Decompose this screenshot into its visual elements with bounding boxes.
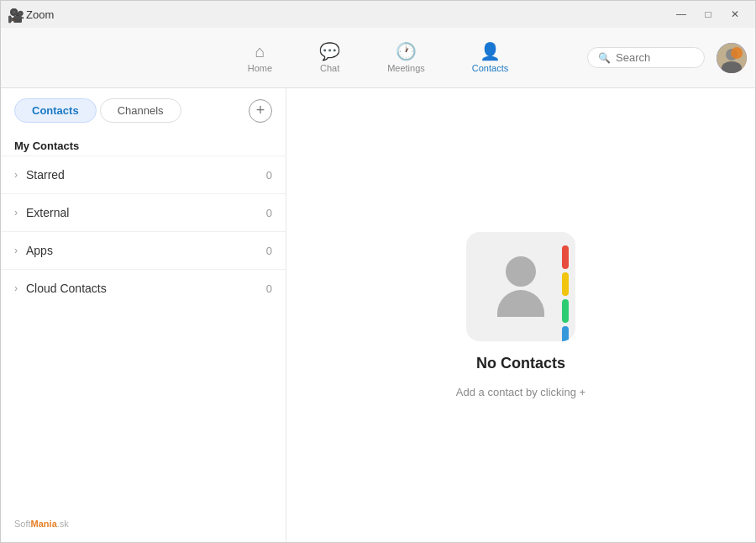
channels-tab-button[interactable]: Channels: [100, 98, 181, 123]
window-controls: — □ ✕: [668, 4, 748, 24]
person-icon: [497, 256, 544, 317]
chevron-right-icon: ›: [14, 282, 18, 294]
tab-meetings-label: Meetings: [387, 63, 425, 73]
person-body: [497, 290, 544, 317]
apps-item[interactable]: › Apps 0: [1, 231, 286, 269]
nav-tabs: ⌂ Home 💬 Chat 🕐 Meetings 👤 Contacts: [244, 36, 512, 80]
nav-bar: ⌂ Home 💬 Chat 🕐 Meetings 👤 Contacts 🔍: [1, 28, 755, 88]
color-bar-green: [562, 299, 569, 323]
add-contact-button[interactable]: +: [249, 99, 272, 123]
chevron-right-icon: ›: [14, 245, 18, 256]
color-bar-blue: [562, 326, 569, 341]
starred-label: Starred: [26, 168, 266, 182]
sidebar-header: Contacts Channels +: [1, 88, 286, 133]
tab-contacts[interactable]: 👤 Contacts: [469, 36, 512, 80]
avatar-area[interactable]: [717, 43, 747, 73]
right-panel: No Contacts Add a contact by clicking +: [286, 88, 755, 542]
tab-chat-label: Chat: [320, 63, 339, 73]
tab-meetings[interactable]: 🕐 Meetings: [384, 36, 428, 80]
sidebar: Contacts Channels + My Contacts › Starre…: [1, 88, 286, 542]
external-count: 0: [266, 207, 272, 219]
color-bars: [562, 245, 569, 341]
search-input[interactable]: [616, 51, 691, 64]
app-icon: 🎥: [8, 8, 21, 21]
chevron-right-icon: ›: [14, 207, 18, 219]
maximize-button[interactable]: □: [695, 4, 722, 24]
tab-home-label: Home: [248, 63, 272, 73]
empty-subtitle: Add a contact by clicking +: [456, 386, 585, 398]
home-icon: ⌂: [255, 43, 265, 60]
search-icon: 🔍: [598, 52, 611, 64]
avatar[interactable]: [717, 43, 747, 73]
my-contacts-section: My Contacts: [1, 133, 286, 156]
app-title: Zoom: [26, 8, 54, 21]
watermark: SoftMania.sk: [14, 519, 69, 529]
color-bar-yellow: [562, 272, 569, 296]
contacts-tab-button[interactable]: Contacts: [14, 98, 97, 123]
color-bar-red: [562, 245, 569, 269]
external-label: External: [26, 206, 266, 219]
empty-title: No Contacts: [476, 355, 565, 372]
minimize-button[interactable]: —: [668, 4, 695, 24]
starred-count: 0: [266, 169, 272, 182]
watermark-brand: Mania: [31, 519, 57, 529]
empty-state: No Contacts Add a contact by clicking +: [456, 232, 585, 398]
chevron-right-icon: ›: [14, 169, 18, 181]
cloud-contacts-item[interactable]: › Cloud Contacts 0: [1, 269, 286, 307]
watermark-prefix: Soft: [14, 519, 31, 529]
watermark-suffix: .sk: [57, 519, 69, 529]
cloud-contacts-label: Cloud Contacts: [26, 282, 266, 295]
tab-contacts-label: Contacts: [472, 63, 508, 73]
chat-icon: 💬: [319, 43, 340, 60]
tab-home[interactable]: ⌂ Home: [244, 36, 276, 80]
meetings-icon: 🕐: [396, 43, 417, 60]
external-item[interactable]: › External 0: [1, 193, 286, 231]
cloud-contacts-count: 0: [266, 282, 272, 295]
person-head: [506, 256, 536, 287]
close-button[interactable]: ✕: [722, 4, 748, 24]
title-bar-left: 🎥 Zoom: [8, 8, 54, 21]
main-content: Contacts Channels + My Contacts › Starre…: [1, 88, 755, 542]
apps-count: 0: [266, 245, 272, 257]
starred-item[interactable]: › Starred 0: [1, 156, 286, 193]
tab-chat[interactable]: 💬 Chat: [316, 36, 344, 80]
search-bar[interactable]: 🔍: [587, 47, 705, 68]
title-bar: 🎥 Zoom — □ ✕: [1, 1, 755, 28]
apps-label: Apps: [26, 244, 266, 257]
contacts-icon: 👤: [480, 43, 501, 60]
empty-illustration: [466, 232, 575, 341]
svg-point-3: [731, 47, 743, 59]
